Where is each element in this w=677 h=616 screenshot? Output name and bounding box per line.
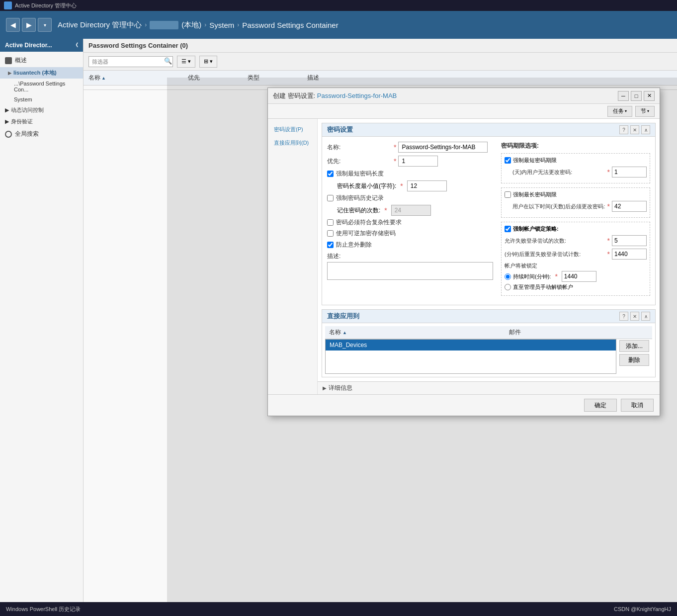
name-label: 名称:	[327, 143, 392, 152]
forward-button[interactable]: ▶	[22, 18, 36, 32]
dialog-close-button[interactable]: ✕	[644, 91, 655, 101]
view-dropdown-arrow: ▾	[188, 58, 191, 65]
back-button[interactable]: ◀	[6, 18, 20, 32]
breadcrumb-sep3: ›	[237, 21, 239, 28]
content-header: Password Settings Container (0)	[84, 39, 677, 53]
locked-label: 帐户将被锁定	[505, 262, 647, 269]
desc-textarea[interactable]	[327, 262, 493, 280]
dropdown-button[interactable]: ▾	[38, 18, 52, 32]
sidebar-item-auth[interactable]: ▶ 身份验证	[0, 116, 83, 127]
task-button[interactable]: 任务 ▾	[607, 106, 632, 117]
view-options-button[interactable]: ⊞ ▾	[199, 56, 217, 68]
sidebar-nav: 概述 ▶ lisuantech (本地) ...\Password Settin…	[0, 52, 83, 143]
details-arrow-icon: ▶	[323, 385, 327, 391]
apply-close-button[interactable]: ✕	[630, 312, 639, 321]
add-button[interactable]: 添加...	[619, 340, 649, 352]
sidebar-dac-label: 动态访问控制	[11, 106, 44, 114]
attempts-input[interactable]	[612, 235, 647, 246]
dialog-sidebar-password[interactable]: 密码设置(P)	[268, 123, 317, 136]
history-input[interactable]	[391, 205, 431, 216]
section-help-button[interactable]: ?	[619, 125, 628, 134]
dialog-sidebar: 密码设置(P) 直接应用到(D)	[268, 119, 318, 394]
reversible-check-label[interactable]: 使用可逆加密存储密码	[336, 229, 396, 238]
section-dropdown-icon: ▾	[647, 109, 649, 113]
dialog-minimize-button[interactable]: ─	[618, 91, 629, 101]
max-age-input[interactable]	[612, 167, 647, 177]
reset-input[interactable]	[612, 249, 647, 260]
section-left: 名称: * 优先: *	[327, 142, 493, 300]
name-input[interactable]	[398, 142, 488, 153]
dialog-maximize-button[interactable]: □	[631, 91, 642, 101]
duration-radio-row: 持续时间(分钟): *	[505, 271, 647, 282]
content-title: Password Settings Container (0)	[88, 42, 188, 49]
breadcrumb-psc: Password Settings Container	[242, 21, 338, 29]
min-age-value-row: 用户在以下时间(天数)后必须更改密码: *	[505, 201, 647, 212]
search-icon	[5, 131, 12, 138]
priority-input[interactable]	[398, 156, 438, 167]
min-age-star: *	[607, 202, 610, 210]
max-age-subsection: 强制最短密码期限 (天)内用户无法更改密码: *	[501, 153, 650, 183]
dialog-sidebar-apply-label: 直接应用到(D)	[274, 140, 309, 146]
min-age-checkbox[interactable]	[505, 191, 511, 198]
duration-radio[interactable]	[505, 273, 511, 280]
lockout-check-row: 强制帐户锁定策略:	[505, 225, 647, 233]
apply-row-mab[interactable]: MAB_Devices	[326, 340, 616, 351]
sidebar-item-local[interactable]: ▶ lisuantech (本地)	[0, 67, 83, 79]
min-length-input[interactable]	[407, 180, 447, 191]
section-close-button[interactable]: ✕	[630, 125, 639, 134]
cancel-button[interactable]: 取消	[621, 399, 654, 412]
search-input[interactable]	[88, 56, 173, 67]
duration-input[interactable]	[562, 271, 596, 282]
min-length-check-label[interactable]: 强制最短密码长度	[336, 170, 384, 178]
history-label: 记住密码的次数:	[337, 206, 380, 215]
duration-radio-label[interactable]: 持续时间(分钟):	[513, 273, 551, 280]
sidebar-item-dac[interactable]: ▶ 动态访问控制	[0, 104, 83, 116]
admin-radio-label[interactable]: 直至管理员手动解锁帐户	[513, 283, 573, 291]
complexity-checkbox-row: 密码必须符合复杂性要求	[327, 218, 493, 227]
nav-buttons: ◀ ▶ ▾	[6, 18, 52, 32]
max-age-title[interactable]: 强制最短密码期限	[513, 157, 557, 164]
min-length-checkbox[interactable]	[327, 171, 334, 177]
accidental-checkbox-row: 防止意外删除	[327, 241, 493, 249]
dialog-sidebar-apply[interactable]: 直接应用到(D)	[268, 136, 317, 150]
section-controls: ? ✕ ∧	[619, 125, 650, 134]
sidebar-item-overview[interactable]: 概述	[0, 54, 83, 67]
dac-expand-icon: ▶	[5, 107, 9, 113]
ok-button[interactable]: 确定	[584, 399, 617, 412]
reversible-checkbox[interactable]	[327, 230, 334, 237]
apply-section-controls: ? ✕ ∧	[619, 312, 650, 321]
tree-arrow-icon: ▶	[8, 71, 11, 76]
dialog-ctrl-btns: ─ □ ✕	[618, 91, 655, 101]
name-row: 名称: *	[327, 142, 493, 153]
view-list-button[interactable]: ☰ ▾	[177, 56, 195, 68]
sidebar-item-psc[interactable]: ...\Password Settings Con...	[0, 79, 83, 94]
password-section-title: 密码设置	[327, 125, 353, 134]
details-section[interactable]: ▶ 详细信息	[318, 381, 660, 394]
lockout-checkbox[interactable]	[505, 226, 511, 232]
sidebar-collapse-btn[interactable]: 《	[73, 42, 78, 49]
apply-help-button[interactable]: ?	[619, 312, 628, 321]
sidebar-item-system[interactable]: System	[0, 94, 83, 104]
lockout-title[interactable]: 强制帐户锁定策略:	[513, 225, 559, 233]
sidebar-item-search[interactable]: 全局搜索	[0, 127, 83, 141]
search-button[interactable]: 🔍	[164, 57, 172, 65]
admin-radio[interactable]	[505, 284, 511, 290]
history-checkbox[interactable]	[327, 195, 334, 201]
section-button[interactable]: 节 ▾	[635, 106, 655, 117]
sidebar-overview-label: 概述	[15, 56, 27, 65]
accidental-check-label[interactable]: 防止意外删除	[336, 241, 372, 249]
dialog-main-form: 密码设置 ? ✕ ∧	[318, 119, 660, 394]
section-expand-button[interactable]: ∧	[641, 125, 650, 134]
complexity-checkbox[interactable]	[327, 219, 334, 226]
delete-button[interactable]: 删除	[619, 354, 649, 366]
apply-expand-button[interactable]: ∧	[641, 312, 650, 321]
accidental-checkbox[interactable]	[327, 242, 334, 248]
complexity-check-label[interactable]: 密码必须符合复杂性要求	[336, 218, 402, 227]
dialog-title-bar: 创建 密码设置: Password-Settings-for-MAB ─ □ ✕	[268, 88, 660, 104]
max-age-checkbox[interactable]	[505, 157, 511, 164]
history-check-label[interactable]: 强制密码历史记录	[336, 194, 384, 202]
min-age-title[interactable]: 强制最长密码期限	[513, 191, 557, 198]
section-right: 密码期限选项: 强制最短密码期限 (天)内用户无法更改密码:	[501, 142, 650, 300]
min-age-input[interactable]	[612, 201, 647, 212]
priority-row: 优先: *	[327, 156, 493, 167]
